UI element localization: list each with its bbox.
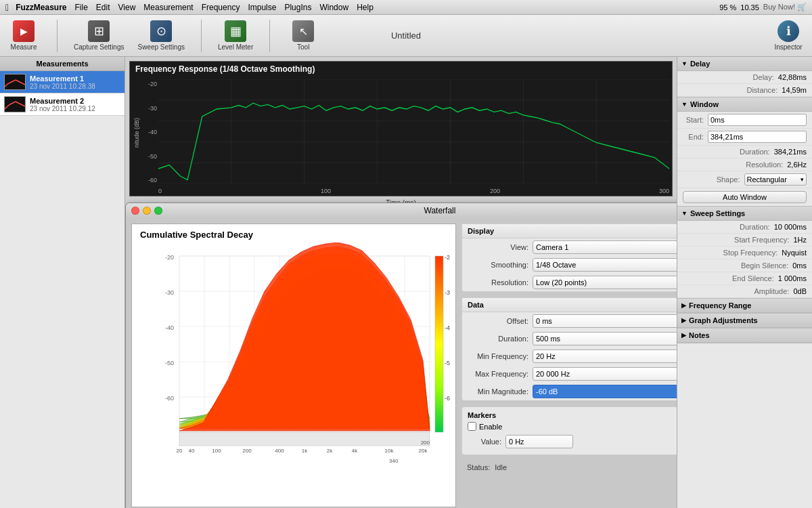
graph-adjustments-section: ▶ Graph Adjustments xyxy=(677,314,812,329)
menu-measurement[interactable]: Measurement xyxy=(143,3,193,12)
dialog-body: Cumulative Spectral Decay xyxy=(126,218,677,508)
sweep-settings-header[interactable]: ▼ Sweep Settings xyxy=(677,207,812,221)
x-val-300: 300 xyxy=(659,188,669,194)
inspector-button[interactable]: ℹ Inspector xyxy=(771,20,805,51)
inspector-panel: ▼ Delay Delay: 42,88ms Distance: 14,59m … xyxy=(677,57,812,508)
delay-title: Delay xyxy=(690,60,710,68)
minimize-button[interactable] xyxy=(143,207,151,215)
min-mag-row: Min Magnitude: -60 dB ▲ ▼ xyxy=(462,383,677,400)
svg-text:200: 200 xyxy=(242,448,252,454)
resolution-value: Low (20 points) xyxy=(536,278,587,287)
svg-text:40: 40 xyxy=(189,448,195,454)
svg-text:-60: -60 xyxy=(165,395,174,402)
menu-edit[interactable]: Edit xyxy=(96,3,110,12)
menu-impulse[interactable]: Impulse xyxy=(248,3,276,12)
capture-settings-button[interactable]: ⊞ Capture Settings xyxy=(74,20,125,51)
menu-frequency[interactable]: Frequency xyxy=(202,3,240,12)
window-section-header[interactable]: ▼ Window xyxy=(677,98,812,112)
svg-text:-20: -20 xyxy=(445,254,450,261)
auto-window-button[interactable]: Auto Window xyxy=(683,191,807,203)
measure-button[interactable]: ▶ Measure xyxy=(7,20,41,51)
window-start-input[interactable] xyxy=(708,114,807,126)
y-axis-values: -20 -30 -40 -50 -60 xyxy=(141,81,157,184)
sweep-stop-freq-row: Stop Frequency: Nyquist xyxy=(677,247,812,259)
svg-text:20: 20 xyxy=(177,448,183,454)
x-axis: 0 100 200 300 xyxy=(158,188,669,194)
window-duration-row: Duration: 384,21ms xyxy=(677,146,812,158)
dialog-title: Waterfall xyxy=(424,206,456,215)
menu-view[interactable]: View xyxy=(118,3,136,12)
status-row: Status: Idle xyxy=(461,461,677,474)
menu-help[interactable]: Help xyxy=(357,3,374,12)
delay-distance-value: 14,59m xyxy=(782,86,807,94)
apple-menu[interactable]:  xyxy=(5,2,9,13)
max-freq-label: Max Frequency: xyxy=(468,370,528,378)
menubar-buy[interactable]: Buy Now! 🛒 xyxy=(763,3,807,12)
menu-window[interactable]: Window xyxy=(319,3,348,12)
measurement-item-2[interactable]: Measurement 2 23 nov 2011 10.29.12 xyxy=(0,93,125,116)
graph-adjustments-header[interactable]: ▶ Graph Adjustments xyxy=(677,314,812,328)
svg-rect-43 xyxy=(179,432,430,446)
window-shape-label: Shape: xyxy=(683,175,740,184)
view-select[interactable]: Camera 1 ▾ xyxy=(533,240,677,254)
menu-file[interactable]: File xyxy=(74,3,87,12)
graph-adj-triangle-icon: ▶ xyxy=(681,317,686,324)
markers-title: Markers xyxy=(468,411,677,419)
smoothing-row: Smoothing: 1/48 Octave ▾ xyxy=(462,256,677,274)
y-val-5: -60 xyxy=(148,177,157,184)
svg-text:-30: -30 xyxy=(165,289,174,296)
tool-button[interactable]: ↖ Tool xyxy=(286,20,320,51)
close-button[interactable] xyxy=(131,207,139,215)
measurement-date-1: 23 nov 2011 10.28.38 xyxy=(30,83,120,90)
sweep-start-freq-row: Start Frequency: 1Hz xyxy=(677,234,812,247)
y-val-3: -40 xyxy=(148,129,157,135)
duration-input[interactable]: 500 ms xyxy=(533,332,677,345)
svg-text:20k: 20k xyxy=(419,448,428,454)
enable-row: Enable xyxy=(468,422,677,431)
marker-value-input[interactable]: 0 Hz xyxy=(505,435,573,448)
title-text: Untitled xyxy=(391,30,421,41)
notes-triangle-icon: ▶ xyxy=(681,332,686,339)
y-axis-label-text: nitude (dB) xyxy=(133,118,140,148)
resolution-select[interactable]: Low (20 points) ▾ xyxy=(533,276,677,289)
sweep-end-silence-row: End Silence: 1 000ms xyxy=(677,272,812,285)
smoothing-select[interactable]: 1/48 Octave ▾ xyxy=(533,258,677,272)
measurement-thumb-2 xyxy=(4,96,26,112)
min-mag-input[interactable]: -60 dB xyxy=(533,385,677,398)
menubar-time: 10.35 xyxy=(740,3,759,12)
svg-text:-30: -30 xyxy=(445,289,450,296)
window-start-label: Start: xyxy=(683,116,704,124)
min-freq-input[interactable]: 20 Hz xyxy=(533,350,677,363)
delay-section-header[interactable]: ▼ Delay xyxy=(677,57,812,71)
sweep-stop-freq-label: Stop Frequency: xyxy=(683,249,777,257)
level-meter-button[interactable]: ▦ Level Meter xyxy=(218,20,253,51)
level-meter-icon: ▦ xyxy=(225,20,246,42)
view-label: View: xyxy=(468,243,528,251)
max-freq-input[interactable]: 20 000 Hz xyxy=(533,367,677,381)
measurement-info-1: Measurement 1 23 nov 2011 10.28.38 xyxy=(30,75,120,90)
measurement-item-1[interactable]: Measurement 1 23 nov 2011 10.28.38 xyxy=(0,71,125,93)
offset-input[interactable]: 0 ms xyxy=(533,314,677,328)
delay-delay-label: Delay: xyxy=(683,73,774,81)
enable-label: Enable xyxy=(479,423,502,431)
window-end-input[interactable] xyxy=(708,131,807,143)
svg-rect-0 xyxy=(5,75,26,90)
maximize-button[interactable] xyxy=(154,207,162,215)
min-freq-value: 20 Hz xyxy=(536,352,556,360)
view-row: View: Camera 1 ▾ xyxy=(462,238,677,256)
menu-plugins[interactable]: PlugIns xyxy=(284,3,311,12)
waterfall-svg-container: -20 -30 -40 -50 -60 xyxy=(132,242,455,507)
data-section: Data Offset: 0 ms ▲ ▼ D xyxy=(461,297,677,401)
min-mag-value: -60 dB xyxy=(536,387,558,396)
svg-text:100: 100 xyxy=(212,448,221,454)
svg-text:200: 200 xyxy=(421,440,430,446)
enable-checkbox[interactable] xyxy=(468,422,476,431)
notes-header[interactable]: ▶ Notes xyxy=(677,329,812,343)
offset-row: Offset: 0 ms ▲ ▼ xyxy=(462,312,677,330)
window-shape-arrow-icon: ▾ xyxy=(800,176,804,183)
sweep-settings-button[interactable]: ⊙ Sweep Settings xyxy=(138,20,185,51)
app-name[interactable]: FuzzMeasure xyxy=(16,3,66,12)
window-start-row: Start: xyxy=(677,112,812,129)
frequency-range-header[interactable]: ▶ Frequency Range xyxy=(677,299,812,313)
window-shape-select[interactable]: Rectangular ▾ xyxy=(744,173,807,186)
